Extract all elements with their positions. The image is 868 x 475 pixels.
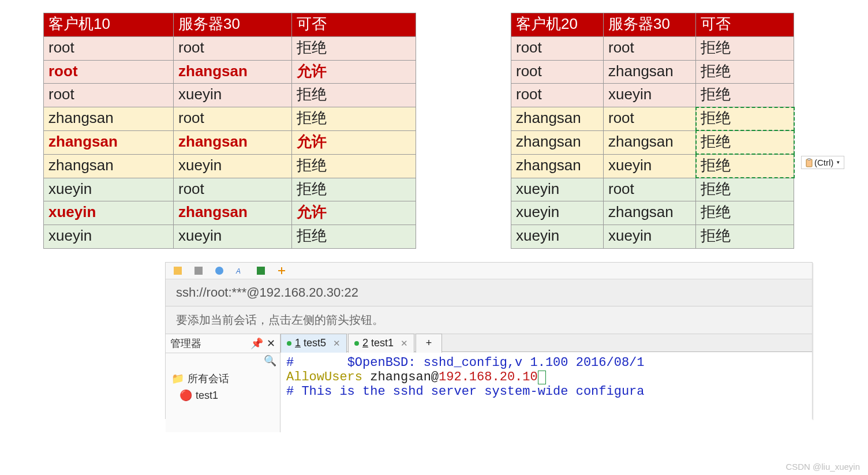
cell[interactable]: zhangsan — [511, 130, 604, 154]
cell[interactable]: 拒绝 — [696, 225, 794, 249]
table-row[interactable]: rootxueyin拒绝 — [511, 84, 794, 107]
table-row[interactable]: xueyinzhangsan拒绝 — [511, 201, 794, 225]
cell[interactable]: 拒绝 — [292, 36, 416, 60]
toolbar-icon[interactable] — [256, 265, 266, 276]
terminal-code[interactable]: # $OpenBSD: sshd_config,v 1.100 2016/08/… — [280, 352, 812, 402]
cell[interactable]: zhangsan — [511, 107, 604, 131]
tab-test5[interactable]: 1 test5 ✕ — [280, 334, 347, 353]
cell[interactable]: 拒绝 — [292, 107, 416, 131]
cell[interactable]: 拒绝 — [292, 84, 416, 107]
cell[interactable]: xueyin — [604, 84, 696, 107]
cell[interactable]: xueyin — [44, 201, 174, 225]
cell[interactable]: root — [44, 84, 174, 107]
cell[interactable]: 允许 — [292, 201, 416, 225]
cell[interactable]: zhangsan — [174, 60, 292, 84]
cell[interactable]: zhangsan — [44, 107, 174, 131]
cell[interactable]: root — [604, 107, 696, 131]
cell[interactable]: xueyin — [174, 154, 292, 178]
cell[interactable]: zhangsan — [44, 154, 174, 178]
cell[interactable]: xueyin — [511, 201, 604, 225]
cell[interactable]: xueyin — [174, 225, 292, 249]
cell[interactable]: root — [511, 60, 604, 84]
tab-close-icon[interactable]: ✕ — [401, 338, 408, 349]
cell[interactable]: zhangsan — [174, 130, 292, 154]
cell[interactable]: root — [174, 178, 292, 201]
cell[interactable]: root — [44, 60, 174, 84]
cell[interactable]: xueyin — [511, 178, 604, 201]
col-header[interactable]: 服务器30 — [174, 13, 292, 37]
cell[interactable]: 拒绝 — [696, 60, 794, 84]
cell[interactable]: 允许 — [292, 60, 416, 84]
table-row[interactable]: xueyinroot拒绝 — [44, 178, 416, 201]
cell[interactable]: 拒绝 — [696, 36, 794, 60]
cell[interactable]: root — [44, 36, 174, 60]
cell[interactable]: 拒绝 — [696, 84, 794, 107]
cell[interactable]: root — [604, 178, 696, 201]
terminal-toolbar[interactable]: A — [166, 263, 812, 279]
cell[interactable]: root — [174, 107, 292, 131]
cell[interactable]: xueyin — [511, 225, 604, 249]
pin-icon[interactable]: 📌 — [250, 337, 263, 350]
cell[interactable]: 拒绝 — [696, 201, 794, 225]
col-header[interactable]: 客户机20 — [511, 13, 604, 37]
tab-close-icon[interactable]: ✕ — [333, 338, 341, 349]
tab-add[interactable]: + — [416, 334, 442, 353]
table-row[interactable]: rootroot拒绝 — [511, 36, 794, 60]
table-row[interactable]: zhangsanzhangsan允许 — [44, 130, 416, 154]
cell[interactable]: 拒绝 — [696, 178, 794, 201]
cell[interactable]: root — [604, 36, 696, 60]
cell[interactable]: zhangsan — [511, 154, 604, 178]
table-row[interactable]: zhangsanxueyin拒绝 — [511, 154, 794, 178]
cell[interactable]: zhangsan — [604, 201, 696, 225]
access-table-client10[interactable]: 客户机10服务器30可否rootroot拒绝rootzhangsan允许root… — [43, 13, 416, 249]
toolbar-icon[interactable] — [276, 265, 287, 276]
col-header[interactable]: 可否 — [292, 13, 416, 37]
cell[interactable]: xueyin — [44, 225, 174, 249]
cell[interactable]: root — [511, 84, 604, 107]
cell[interactable]: zhangsan — [604, 60, 696, 84]
table-row[interactable]: rootxueyin拒绝 — [44, 84, 416, 107]
table-row[interactable]: zhangsanroot拒绝 — [511, 107, 794, 131]
cell[interactable]: 拒绝 — [292, 225, 416, 249]
cell[interactable]: zhangsan — [604, 130, 696, 154]
table-row[interactable]: xueyinxueyin拒绝 — [44, 225, 416, 249]
table-row[interactable]: zhangsanroot拒绝 — [44, 107, 416, 131]
table-row[interactable]: rootzhangsan允许 — [44, 60, 416, 84]
cell[interactable]: 拒绝 — [292, 154, 416, 178]
cell[interactable]: root — [511, 36, 604, 60]
cell[interactable]: xueyin — [44, 178, 174, 201]
table-row[interactable]: zhangsanzhangsan拒绝 — [511, 130, 794, 154]
toolbar-icon[interactable] — [173, 265, 183, 276]
cell[interactable]: 拒绝 — [696, 154, 794, 178]
cell[interactable]: xueyin — [604, 154, 696, 178]
sidebar-search[interactable]: 🔍 — [166, 353, 280, 368]
tree-item-all-sessions[interactable]: 📁 所有会话 — [171, 371, 274, 387]
cell[interactable]: 拒绝 — [696, 107, 794, 131]
table-row[interactable]: zhangsanxueyin拒绝 — [44, 154, 416, 178]
table-row[interactable]: rootzhangsan拒绝 — [511, 60, 794, 84]
toolbar-icon[interactable] — [214, 265, 225, 276]
close-icon[interactable]: ✕ — [267, 337, 275, 350]
search-icon: 🔍 — [264, 355, 276, 366]
col-header[interactable]: 客户机10 — [44, 13, 174, 37]
tree-item-test1[interactable]: 🔴 test1 — [171, 387, 274, 404]
table-row[interactable]: xueyinroot拒绝 — [511, 178, 794, 201]
table-row[interactable]: xueyinxueyin拒绝 — [511, 225, 794, 249]
toolbar-icon[interactable] — [193, 265, 204, 276]
paste-options-tag[interactable]: (Ctrl) ▼ — [801, 156, 844, 169]
cell[interactable]: zhangsan — [44, 130, 174, 154]
table-row[interactable]: rootroot拒绝 — [44, 36, 416, 60]
cell[interactable]: root — [174, 36, 292, 60]
cell[interactable]: 拒绝 — [696, 130, 794, 154]
table-row[interactable]: xueyinzhangsan允许 — [44, 201, 416, 225]
cell[interactable]: 拒绝 — [292, 178, 416, 201]
cell[interactable]: 允许 — [292, 130, 416, 154]
access-table-client20[interactable]: 客户机20服务器30可否rootroot拒绝rootzhangsan拒绝root… — [511, 13, 794, 249]
toolbar-icon[interactable]: A — [235, 265, 245, 276]
col-header[interactable]: 服务器30 — [604, 13, 696, 37]
tab-test1[interactable]: 2 test1 ✕ — [348, 334, 414, 353]
cell[interactable]: xueyin — [604, 225, 696, 249]
cell[interactable]: xueyin — [174, 84, 292, 107]
col-header[interactable]: 可否 — [696, 13, 794, 37]
cell[interactable]: zhangsan — [174, 201, 292, 225]
